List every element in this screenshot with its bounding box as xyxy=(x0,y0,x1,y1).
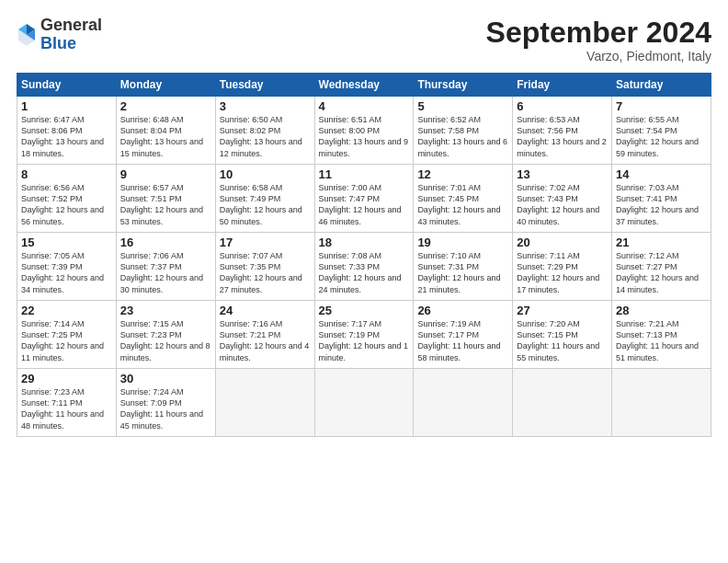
col-thursday: Thursday xyxy=(414,74,513,97)
calendar-cell: 25Sunrise: 7:17 AM Sunset: 7:19 PM Dayli… xyxy=(314,301,414,369)
calendar-cell: 5Sunrise: 6:52 AM Sunset: 7:58 PM Daylig… xyxy=(414,97,513,165)
day-number: 16 xyxy=(120,236,211,249)
day-info: Sunrise: 7:00 AM Sunset: 7:47 PM Dayligh… xyxy=(319,182,410,227)
day-info: Sunrise: 7:17 AM Sunset: 7:19 PM Dayligh… xyxy=(319,318,410,363)
day-number: 27 xyxy=(517,304,608,317)
day-info: Sunrise: 7:10 AM Sunset: 7:31 PM Dayligh… xyxy=(417,250,508,295)
calendar-row-3: 15Sunrise: 7:05 AM Sunset: 7:39 PM Dayli… xyxy=(17,233,711,301)
day-info: Sunrise: 7:11 AM Sunset: 7:29 PM Dayligh… xyxy=(517,250,608,295)
calendar-cell: 30Sunrise: 7:24 AM Sunset: 7:09 PM Dayli… xyxy=(116,369,215,437)
day-info: Sunrise: 7:21 AM Sunset: 7:13 PM Dayligh… xyxy=(616,318,707,363)
day-info: Sunrise: 7:16 AM Sunset: 7:21 PM Dayligh… xyxy=(220,318,311,363)
calendar-row-2: 8Sunrise: 6:56 AM Sunset: 7:52 PM Daylig… xyxy=(17,165,711,233)
calendar-cell: 23Sunrise: 7:15 AM Sunset: 7:23 PM Dayli… xyxy=(116,301,215,369)
day-number: 26 xyxy=(417,304,508,317)
day-info: Sunrise: 6:52 AM Sunset: 7:58 PM Dayligh… xyxy=(417,114,508,159)
col-sunday: Sunday xyxy=(17,74,117,97)
day-info: Sunrise: 7:01 AM Sunset: 7:45 PM Dayligh… xyxy=(417,182,508,227)
calendar-cell: 17Sunrise: 7:07 AM Sunset: 7:35 PM Dayli… xyxy=(215,233,314,301)
day-info: Sunrise: 7:02 AM Sunset: 7:43 PM Dayligh… xyxy=(517,182,608,227)
day-number: 22 xyxy=(21,304,112,317)
col-wednesday: Wednesday xyxy=(314,74,414,97)
calendar-cell: 6Sunrise: 6:53 AM Sunset: 7:56 PM Daylig… xyxy=(513,97,612,165)
title-block: September 2024 Varzo, Piedmont, Italy xyxy=(486,17,711,63)
calendar-cell: 4Sunrise: 6:51 AM Sunset: 8:00 PM Daylig… xyxy=(314,97,414,165)
page: General Blue September 2024 Varzo, Piedm… xyxy=(0,0,728,563)
calendar-cell xyxy=(215,369,314,437)
calendar-cell: 11Sunrise: 7:00 AM Sunset: 7:47 PM Dayli… xyxy=(314,165,414,233)
header-row: Sunday Monday Tuesday Wednesday Thursday… xyxy=(17,74,711,97)
logo-general: General xyxy=(40,17,102,35)
calendar-cell: 24Sunrise: 7:16 AM Sunset: 7:21 PM Dayli… xyxy=(215,301,314,369)
day-number: 4 xyxy=(319,99,410,113)
day-number: 25 xyxy=(319,304,410,317)
calendar-cell: 19Sunrise: 7:10 AM Sunset: 7:31 PM Dayli… xyxy=(414,233,513,301)
col-tuesday: Tuesday xyxy=(215,74,314,97)
day-info: Sunrise: 7:24 AM Sunset: 7:09 PM Dayligh… xyxy=(120,386,211,431)
day-number: 6 xyxy=(517,99,608,113)
day-number: 14 xyxy=(616,167,707,181)
calendar-cell: 13Sunrise: 7:02 AM Sunset: 7:43 PM Dayli… xyxy=(513,165,612,233)
calendar-cell: 27Sunrise: 7:20 AM Sunset: 7:15 PM Dayli… xyxy=(513,301,612,369)
day-number: 28 xyxy=(616,304,707,317)
day-number: 19 xyxy=(417,236,508,249)
calendar-cell: 12Sunrise: 7:01 AM Sunset: 7:45 PM Dayli… xyxy=(414,165,513,233)
day-number: 1 xyxy=(21,99,112,113)
logo-text: General Blue xyxy=(40,17,102,53)
day-info: Sunrise: 6:57 AM Sunset: 7:51 PM Dayligh… xyxy=(120,182,211,227)
day-info: Sunrise: 7:06 AM Sunset: 7:37 PM Dayligh… xyxy=(120,250,211,295)
day-number: 8 xyxy=(21,167,112,181)
day-info: Sunrise: 7:14 AM Sunset: 7:25 PM Dayligh… xyxy=(21,318,112,363)
calendar-cell: 15Sunrise: 7:05 AM Sunset: 7:39 PM Dayli… xyxy=(17,233,117,301)
day-info: Sunrise: 6:58 AM Sunset: 7:49 PM Dayligh… xyxy=(220,182,311,227)
day-info: Sunrise: 7:07 AM Sunset: 7:35 PM Dayligh… xyxy=(220,250,311,295)
day-number: 5 xyxy=(417,99,508,113)
calendar-cell: 20Sunrise: 7:11 AM Sunset: 7:29 PM Dayli… xyxy=(513,233,612,301)
day-info: Sunrise: 6:51 AM Sunset: 8:00 PM Dayligh… xyxy=(319,114,410,159)
calendar-cell: 18Sunrise: 7:08 AM Sunset: 7:33 PM Dayli… xyxy=(314,233,414,301)
day-number: 9 xyxy=(120,167,211,181)
calendar-cell: 8Sunrise: 6:56 AM Sunset: 7:52 PM Daylig… xyxy=(17,165,117,233)
day-info: Sunrise: 7:12 AM Sunset: 7:27 PM Dayligh… xyxy=(616,250,707,295)
day-number: 23 xyxy=(120,304,211,317)
month-title: September 2024 xyxy=(486,17,711,49)
calendar-cell xyxy=(414,369,513,437)
calendar-row-1: 1Sunrise: 6:47 AM Sunset: 8:06 PM Daylig… xyxy=(17,97,711,165)
calendar-cell: 26Sunrise: 7:19 AM Sunset: 7:17 PM Dayli… xyxy=(414,301,513,369)
day-info: Sunrise: 7:05 AM Sunset: 7:39 PM Dayligh… xyxy=(21,250,112,295)
day-number: 24 xyxy=(220,304,311,317)
calendar-cell: 21Sunrise: 7:12 AM Sunset: 7:27 PM Dayli… xyxy=(612,233,711,301)
day-number: 11 xyxy=(319,167,410,181)
calendar-row-4: 22Sunrise: 7:14 AM Sunset: 7:25 PM Dayli… xyxy=(17,301,711,369)
header: General Blue September 2024 Varzo, Piedm… xyxy=(17,17,711,63)
day-number: 21 xyxy=(616,236,707,249)
day-number: 18 xyxy=(319,236,410,249)
day-info: Sunrise: 6:55 AM Sunset: 7:54 PM Dayligh… xyxy=(616,114,707,159)
calendar-cell xyxy=(513,369,612,437)
day-info: Sunrise: 7:19 AM Sunset: 7:17 PM Dayligh… xyxy=(417,318,508,363)
col-saturday: Saturday xyxy=(612,74,711,97)
day-info: Sunrise: 6:50 AM Sunset: 8:02 PM Dayligh… xyxy=(220,114,311,159)
day-info: Sunrise: 7:03 AM Sunset: 7:41 PM Dayligh… xyxy=(616,182,707,227)
day-info: Sunrise: 7:15 AM Sunset: 7:23 PM Dayligh… xyxy=(120,318,211,363)
calendar-cell: 16Sunrise: 7:06 AM Sunset: 7:37 PM Dayli… xyxy=(116,233,215,301)
calendar-table: Sunday Monday Tuesday Wednesday Thursday… xyxy=(17,73,711,437)
day-number: 10 xyxy=(220,167,311,181)
calendar-cell: 29Sunrise: 7:23 AM Sunset: 7:11 PM Dayli… xyxy=(17,369,117,437)
day-number: 3 xyxy=(220,99,311,113)
day-number: 20 xyxy=(517,236,608,249)
calendar-cell: 1Sunrise: 6:47 AM Sunset: 8:06 PM Daylig… xyxy=(17,97,117,165)
calendar-cell: 10Sunrise: 6:58 AM Sunset: 7:49 PM Dayli… xyxy=(215,165,314,233)
col-friday: Friday xyxy=(513,74,612,97)
day-number: 15 xyxy=(21,236,112,249)
logo: General Blue xyxy=(17,17,102,53)
day-number: 13 xyxy=(517,167,608,181)
day-info: Sunrise: 7:23 AM Sunset: 7:11 PM Dayligh… xyxy=(21,386,112,431)
logo-icon xyxy=(17,22,37,48)
day-info: Sunrise: 6:56 AM Sunset: 7:52 PM Dayligh… xyxy=(21,182,112,227)
day-number: 7 xyxy=(616,99,707,113)
day-number: 2 xyxy=(120,99,211,113)
calendar-cell: 14Sunrise: 7:03 AM Sunset: 7:41 PM Dayli… xyxy=(612,165,711,233)
day-info: Sunrise: 6:47 AM Sunset: 8:06 PM Dayligh… xyxy=(21,114,112,159)
calendar-cell: 7Sunrise: 6:55 AM Sunset: 7:54 PM Daylig… xyxy=(612,97,711,165)
